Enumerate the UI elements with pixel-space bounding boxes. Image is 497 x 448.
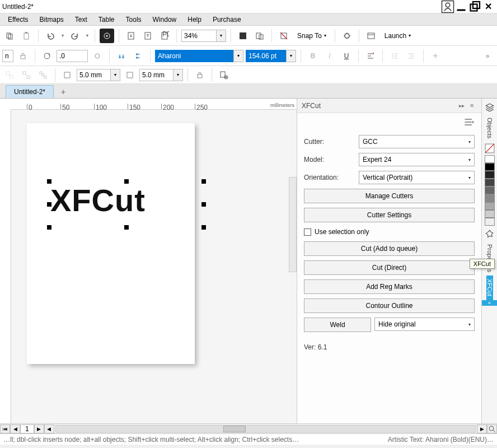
rotation-reset-icon[interactable] [90,49,105,63]
mirror-h-icon[interactable] [114,49,129,63]
outline-width-icon[interactable] [60,68,74,82]
menu-table[interactable]: Table [93,15,120,25]
preview-icon[interactable] [252,29,267,43]
contour-outline-button[interactable]: Contour Outline [304,298,475,313]
selection-handle[interactable] [47,202,51,207]
outline-width2-icon[interactable] [123,68,137,82]
add-icon[interactable]: + [428,49,443,63]
panel-menu-icon[interactable] [463,116,475,129]
copy-icon[interactable] [2,29,17,43]
menu-effects[interactable]: Effects [2,15,34,25]
cutter-select[interactable]: GCC▾ [359,135,475,148]
properties-icon[interactable] [485,229,495,239]
panel-close-icon[interactable]: ✕ [467,101,477,111]
color-swatch[interactable] [485,218,495,226]
page[interactable]: XFCut [27,123,195,364]
sidetab-objects[interactable]: Objects [486,114,493,142]
font-size-input[interactable] [248,52,284,60]
page-prev-button[interactable]: ◀ [10,424,20,433]
color-swatch[interactable] [485,163,495,171]
panel-collapse-icon[interactable]: ▸▸ [457,101,467,111]
zoom-input[interactable] [184,32,214,40]
lock-ratio-icon[interactable] [16,49,30,63]
page-next-button[interactable]: ▶ [34,424,44,433]
ungroup-icon[interactable] [19,68,34,82]
dim1-stepper[interactable]: ▾ [110,69,120,81]
color-swatch[interactable] [485,210,495,218]
list-bullet-icon[interactable] [387,49,402,63]
weld-button[interactable]: Weld [304,318,371,332]
model-select[interactable]: Expert 24▾ [359,153,475,166]
selection-handle[interactable] [201,179,206,184]
color-swatch[interactable] [485,179,495,186]
snap-to-dropdown[interactable]: Snap To▾ [293,30,330,41]
units-field[interactable]: n [2,50,13,62]
rotation-icon[interactable] [40,49,54,63]
tab-untitled-2[interactable]: Untitled-2* [6,85,54,98]
no-fill-icon[interactable] [485,143,495,153]
color-swatch[interactable] [485,202,495,210]
group-icon[interactable] [2,68,17,82]
font-combo[interactable]: ▾ [155,50,243,62]
export-icon[interactable] [140,29,155,43]
checkbox-box[interactable] [304,228,311,236]
mirror-v-icon[interactable] [131,49,146,63]
color-swatch[interactable] [485,194,495,202]
paste-icon[interactable] [19,29,34,43]
close-button[interactable]: ✕ [481,1,495,12]
underline-button[interactable]: U [339,49,354,63]
color-swatch[interactable] [485,155,495,163]
italic-button[interactable]: I [322,49,337,63]
lock-icon[interactable] [193,68,207,82]
hide-original-select[interactable]: Hide original▾ [374,318,475,331]
rotation-field[interactable] [57,50,88,62]
selection-handle[interactable] [47,179,51,184]
menu-window[interactable]: Window [147,15,182,25]
menu-purchase[interactable]: Purchase [207,15,247,25]
snap-off-icon[interactable] [276,29,291,43]
bold-button[interactable]: B [306,49,320,63]
font-size-combo[interactable]: ▾ [246,50,296,62]
layers-icon[interactable] [485,102,495,113]
font-size-dropdown[interactable]: ▾ [286,50,296,62]
dim2-input[interactable] [142,71,171,79]
add-reg-marks-button[interactable]: Add Reg Marks [304,279,475,294]
color-swatch[interactable] [485,171,495,179]
list-indent-icon[interactable] [404,49,419,63]
import-icon[interactable] [124,29,138,43]
account-icon[interactable] [441,1,454,12]
align-left-icon[interactable] [363,49,378,63]
dim1-input[interactable] [79,71,108,79]
ungroup-all-icon[interactable] [36,68,50,82]
manage-cutters-button[interactable]: Manage Cutters [304,189,475,203]
vertical-scrollbar[interactable] [289,177,297,272]
launch-dropdown[interactable]: Launch▾ [381,30,415,41]
scroll-left-button[interactable]: ◀ [44,424,54,433]
selection-handle[interactable] [47,225,51,230]
dim2-stepper[interactable]: ▾ [173,69,183,81]
scroll-right-button[interactable]: ▶ [477,424,487,433]
minimize-button[interactable] [454,1,468,12]
redo-icon[interactable] [68,29,82,43]
cutter-settings-button[interactable]: Cutter Settings [304,208,475,222]
pdf-icon[interactable]: PDF [157,29,172,43]
sidetab-xfcut-close[interactable]: × [482,300,497,306]
selection-handle[interactable] [201,225,206,230]
selection-handle[interactable] [124,179,129,184]
color-swatch[interactable] [485,186,495,194]
object-props-icon[interactable] [217,68,231,82]
undo-icon[interactable] [43,29,58,43]
menu-bitmaps[interactable]: Bitmaps [34,15,69,25]
dim1-combo[interactable]: ▾ [77,69,120,81]
cut-direct-button[interactable]: Cut (Direct) [304,260,475,275]
maximize-button[interactable] [468,1,481,12]
zoom-dropdown[interactable]: ▾ [216,30,226,42]
canvas-area[interactable]: 0 50 100 150 200 250 millimeters XFCut [0,99,297,423]
zoom-combo[interactable]: ▾ [181,30,226,42]
options-icon[interactable] [340,29,354,43]
undo-dropdown[interactable]: ▾ [60,33,65,38]
use-selection-checkbox[interactable]: Use selection only [304,227,475,237]
sidetab-xfcut[interactable]: XFCut [486,276,493,300]
overflow-chevron-icon[interactable]: » [480,49,495,63]
scrollbar-thumb[interactable] [223,426,246,432]
